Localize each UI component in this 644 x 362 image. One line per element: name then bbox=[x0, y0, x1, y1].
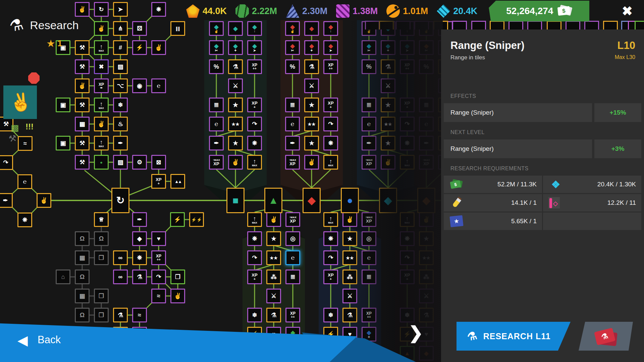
research-node-fist[interactable]: ✌ bbox=[304, 155, 319, 170]
research-node-gem-claw[interactable]: ◆✂ bbox=[285, 40, 300, 55]
milestone-node[interactable]: ▲ bbox=[264, 188, 282, 213]
research-node-xp-plus-plus[interactable]: XP++ bbox=[151, 250, 166, 265]
research-node-waves[interactable]: ≈ bbox=[151, 289, 166, 303]
research-node-fist[interactable]: ✌ bbox=[151, 40, 166, 55]
research-node-three-stars[interactable]: ⁂ bbox=[266, 269, 281, 284]
research-node-pen[interactable]: ✒ bbox=[0, 193, 13, 208]
research-node-blocks[interactable]: ▦ bbox=[75, 117, 90, 131]
research-node-max-xp[interactable]: ↑MAXXP bbox=[209, 155, 224, 170]
research-node-list[interactable]: ≣ bbox=[285, 269, 300, 284]
research-node-hook[interactable]: ↷ bbox=[0, 155, 13, 170]
research-node-pen[interactable]: ✒ bbox=[113, 136, 128, 150]
research-node-xp-plus[interactable]: XP+ bbox=[247, 269, 262, 284]
research-node-waves[interactable]: ≈ bbox=[18, 136, 33, 151]
research-node-hook[interactable]: ↷ bbox=[247, 117, 262, 131]
research-node-fireworks[interactable]: ❋ bbox=[323, 136, 338, 150]
research-node-xp-plus[interactable]: XP+ bbox=[323, 98, 338, 112]
milestone-node[interactable]: ■ bbox=[226, 188, 245, 213]
research-node-list[interactable]: ≣ bbox=[209, 98, 224, 112]
research-node-blocks-star[interactable]: ▦ bbox=[75, 250, 90, 265]
research-node-hammer[interactable]: ⚒ bbox=[75, 40, 90, 55]
research-node-crossed-swords[interactable]: ⚔ bbox=[304, 78, 319, 93]
research-node-gem[interactable]: ◆ bbox=[304, 21, 319, 36]
research-node-xp-plus[interactable]: XP+ bbox=[151, 174, 166, 189]
research-node-star[interactable]: ★ bbox=[228, 136, 243, 150]
research-node-spiral-e[interactable]: ℮ bbox=[209, 117, 224, 131]
research-node-gem-fist[interactable]: ◆✌ bbox=[209, 21, 224, 36]
research-node-splitter[interactable]: ⋔ bbox=[113, 21, 128, 36]
research-node-two-stars[interactable]: ★★ bbox=[266, 250, 281, 265]
research-button[interactable]: ⚗ RESEARCH L11 bbox=[457, 322, 571, 351]
research-node-gem[interactable]: ◆ bbox=[228, 21, 243, 36]
research-node-package[interactable]: ▣ bbox=[56, 98, 70, 112]
research-node-crown[interactable]: ♕ bbox=[94, 212, 109, 227]
research-node-blocks-star[interactable]: ▦ bbox=[75, 289, 90, 303]
research-node-spiral-e[interactable]: ℮ bbox=[285, 250, 300, 265]
research-node-infinity[interactable]: ∞ bbox=[113, 250, 128, 265]
research-node-hook[interactable]: ↷ bbox=[323, 117, 338, 131]
research-node-pen[interactable]: ✒ bbox=[209, 136, 224, 150]
research-node-pentagon-cards[interactable]: ❐ bbox=[170, 269, 185, 284]
research-node-spiral-e[interactable]: ℮ bbox=[151, 78, 166, 93]
research-node-fist[interactable]: ✌ bbox=[37, 193, 51, 208]
research-node-factory[interactable]: ⌂ bbox=[56, 269, 70, 284]
research-node-flask-tube[interactable]: ⚗ bbox=[132, 269, 147, 284]
research-node-fist[interactable]: ✌ bbox=[228, 155, 243, 170]
research-node-flame[interactable]: ♨ bbox=[113, 117, 128, 131]
research-node-star-plus[interactable]: ✯ bbox=[304, 98, 319, 112]
research-node-percent-fire[interactable]: % bbox=[285, 59, 300, 74]
research-node-crossed-swords[interactable]: ⚔ bbox=[266, 289, 281, 303]
research-node-hammer[interactable]: ⚒ bbox=[75, 98, 90, 112]
research-node-list[interactable]: ≣ bbox=[285, 98, 300, 112]
research-node-lock[interactable]: ⊠ bbox=[151, 155, 166, 170]
research-node-two-stars[interactable]: ★★ bbox=[228, 117, 243, 131]
research-node-fireworks[interactable]: ❋ bbox=[323, 231, 338, 246]
research-node-pen[interactable]: ✒ bbox=[285, 136, 300, 150]
research-node-tally[interactable]: ∥∥ bbox=[170, 21, 185, 36]
research-node-pickaxe[interactable]: ⚒ bbox=[75, 59, 90, 74]
research-node-xnode[interactable]: ✖ bbox=[94, 59, 109, 74]
research-node-gear[interactable]: ⚙ bbox=[132, 155, 147, 170]
research-node-xp-plus-plus[interactable]: XP++ bbox=[247, 59, 262, 74]
research-node-two-stars[interactable]: ★★ bbox=[304, 117, 319, 131]
research-node-up-max[interactable]: ↑MAX bbox=[247, 155, 262, 170]
research-node-fist[interactable]: ✌ bbox=[170, 289, 185, 303]
research-node-fireworks[interactable]: ❋ bbox=[17, 213, 32, 227]
research-node-omega-gift[interactable]: Ω bbox=[75, 269, 90, 284]
research-node-xp-plus-plus[interactable]: XP++ bbox=[323, 59, 338, 74]
category-tile-damage[interactable]: ✌ bbox=[3, 85, 37, 119]
research-node-xp-flask[interactable]: ⚗ bbox=[304, 59, 319, 74]
research-node-spiral-e[interactable]: ℮ bbox=[17, 174, 32, 189]
research-node-fist[interactable]: ✌ bbox=[94, 21, 109, 36]
research-node-gem-up[interactable]: ◆↑ bbox=[323, 21, 338, 36]
research-node-xp-flask[interactable]: ⚗ bbox=[228, 59, 243, 74]
milestone-node[interactable]: ◆ bbox=[303, 188, 321, 213]
research-node-pentagon-s[interactable]: ◆ bbox=[132, 231, 147, 246]
research-node-omega-gift[interactable]: Ω bbox=[94, 231, 109, 246]
research-node-xp-plus[interactable]: XP+ bbox=[247, 98, 262, 112]
research-node-spiral-e[interactable]: ℮ bbox=[285, 117, 300, 131]
research-node-up-max[interactable]: ↑MAX bbox=[94, 136, 109, 150]
research-node-target[interactable]: ◎ bbox=[285, 231, 300, 246]
research-node-gem-arrow[interactable]: ◆➤ bbox=[323, 40, 338, 55]
close-button[interactable]: ✖ bbox=[616, 3, 638, 19]
research-node-crossed-swords[interactable]: ⚔ bbox=[228, 78, 243, 93]
research-node-fireworks[interactable]: ❋ bbox=[247, 231, 262, 246]
research-node-dice[interactable]: ⚄ bbox=[132, 21, 147, 36]
research-node-fireworks[interactable]: ❋ bbox=[132, 250, 147, 265]
research-node-max-xp[interactable]: ↑MAXXP bbox=[285, 212, 300, 227]
research-node-pickaxe[interactable]: ⚒ bbox=[75, 155, 90, 170]
research-node-fist[interactable]: ✌ bbox=[94, 117, 109, 131]
research-node-gem-fist[interactable]: ◆✌ bbox=[285, 21, 300, 36]
research-node-gem-drop[interactable]: ◆✦ bbox=[228, 40, 243, 55]
research-node-hash[interactable]: # bbox=[113, 40, 128, 55]
research-node-stripes[interactable]: ▨ bbox=[113, 155, 128, 170]
research-node-up-max[interactable]: ↑MAX bbox=[323, 212, 338, 227]
research-node-snowflake[interactable]: ❄ bbox=[113, 98, 128, 112]
research-node-star-plus[interactable]: ✯ bbox=[228, 98, 243, 112]
research-node-gem-claw[interactable]: ◆✂ bbox=[209, 40, 224, 55]
research-node-lightning[interactable]: ⚡ bbox=[170, 212, 185, 227]
research-node-xp-arrows[interactable]: XP◂▸ bbox=[94, 78, 109, 93]
research-node-star[interactable]: ★ bbox=[304, 136, 319, 150]
research-node-gem-drop[interactable]: ◆✦ bbox=[304, 40, 319, 55]
